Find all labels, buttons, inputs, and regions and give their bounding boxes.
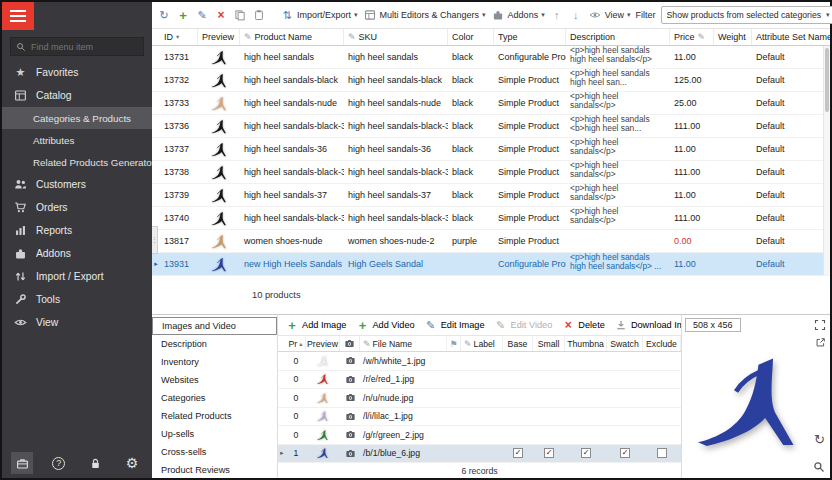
- product-row[interactable]: 13740high heel sandals-black-38high heel…: [152, 207, 830, 230]
- column-header-product-name[interactable]: ✎Product Name: [240, 29, 344, 45]
- checkbox-base[interactable]: ✓: [513, 448, 523, 458]
- row-expander[interactable]: ▸: [152, 253, 160, 275]
- image-row[interactable]: 0/w/h/white_1.jpg: [278, 352, 681, 371]
- download-image-button[interactable]: Download Image: [614, 318, 681, 333]
- product-row[interactable]: ▸13931new High Heels SandalsHigh Geels S…: [152, 253, 830, 276]
- zoom-icon[interactable]: [813, 461, 825, 473]
- add-video-button[interactable]: +Add Video: [355, 318, 414, 333]
- help-button[interactable]: ?: [48, 452, 70, 474]
- multi-editors-menu[interactable]: Multi Editors & Changers ▾: [363, 8, 486, 23]
- sidebar-item-orders[interactable]: Orders: [2, 196, 152, 219]
- column-header-type[interactable]: Type: [494, 29, 566, 45]
- column-header-preview[interactable]: Preview: [198, 29, 240, 45]
- column-header-exclude[interactable]: Exclude: [643, 336, 681, 351]
- delete-product-icon[interactable]: ×: [214, 8, 228, 23]
- row-expander: [278, 352, 286, 370]
- image-row[interactable]: 0/r/e/red_1.jpg: [278, 371, 681, 390]
- settings-button[interactable]: ⚙: [121, 452, 143, 474]
- tab-description[interactable]: Description: [152, 335, 277, 353]
- tab-product-reviews[interactable]: Product Reviews: [152, 461, 277, 479]
- product-row[interactable]: 13738high heel sandals-black-37high heel…: [152, 161, 830, 184]
- column-header-base[interactable]: Base: [503, 336, 533, 351]
- tab-images-and-video[interactable]: Images and Video: [152, 317, 277, 335]
- tab-related-products[interactable]: Related Products: [152, 407, 277, 425]
- scrollbar-thumb[interactable]: [825, 48, 829, 112]
- tab-inventory[interactable]: Inventory: [152, 353, 277, 371]
- checkbox-small[interactable]: ✓: [544, 448, 554, 458]
- cell-attribute_set: Default: [752, 207, 830, 229]
- tab-categories[interactable]: Categories: [152, 389, 277, 407]
- row-expander[interactable]: ▸: [278, 445, 286, 463]
- store-button[interactable]: [11, 452, 33, 474]
- delete-image-button[interactable]: ×Delete: [561, 318, 605, 333]
- column-header-price[interactable]: Price✎: [670, 29, 714, 45]
- cell-id: 13731: [160, 46, 198, 68]
- fullscreen-icon[interactable]: [814, 319, 826, 331]
- search-input[interactable]: [31, 42, 138, 52]
- addons-menu[interactable]: Addons ▾: [491, 8, 545, 23]
- product-row[interactable]: 13732high heel sandals-blackhigh heel sa…: [152, 69, 830, 92]
- column-header-attribute-set[interactable]: Attribute Set Name: [752, 29, 830, 45]
- tab-up-sells[interactable]: Up-sells: [152, 425, 277, 443]
- edit-product-icon[interactable]: ✎: [195, 8, 209, 23]
- column-header-swatch[interactable]: Swatch: [607, 336, 643, 351]
- sidebar-search[interactable]: [10, 37, 144, 56]
- checkbox-exclude[interactable]: [657, 448, 667, 458]
- column-header-weight[interactable]: Weight: [714, 29, 752, 45]
- column-header-color[interactable]: Color: [448, 29, 494, 45]
- column-header-id[interactable]: ID▾: [160, 29, 198, 45]
- sort-descending-icon[interactable]: ↓: [569, 8, 583, 23]
- sidebar-item-customers[interactable]: Customers: [2, 173, 152, 196]
- checkbox-thumb[interactable]: ✓: [581, 448, 591, 458]
- clipboard-icon[interactable]: [252, 8, 266, 23]
- image-row[interactable]: 0/n/u/nude.jpg: [278, 389, 681, 408]
- tab-websites[interactable]: Websites: [152, 371, 277, 389]
- sidebar-item-reports[interactable]: Reports: [2, 219, 152, 242]
- add-image-button[interactable]: +Add Image: [285, 318, 346, 333]
- sidebar-collapse-handle[interactable]: ⋮: [152, 226, 158, 254]
- flag-column-header: ⚑: [447, 336, 461, 351]
- sidebar-item-tools[interactable]: Tools: [2, 288, 152, 311]
- sidebar-item-import-export[interactable]: Import / Export: [2, 265, 152, 288]
- column-header-sku[interactable]: ✎SKU: [344, 29, 448, 45]
- menu-button[interactable]: [2, 2, 34, 30]
- column-header-label[interactable]: ✎Label: [461, 336, 503, 351]
- column-header-file-name[interactable]: ✎File Name: [360, 336, 447, 351]
- sidebar-item-addons[interactable]: Addons: [2, 242, 152, 265]
- sidebar-item-view[interactable]: View: [2, 311, 152, 334]
- tab-cross-sells[interactable]: Cross-sells: [152, 443, 277, 461]
- product-row[interactable]: 13733high heel sandals-nudehigh heel san…: [152, 92, 830, 115]
- import-export-menu[interactable]: ⇅ Import/Export ▾: [280, 8, 358, 23]
- product-row[interactable]: 13731high heel sandalshigh heel sandalsb…: [152, 46, 830, 69]
- refresh-icon[interactable]: ↻: [157, 8, 171, 23]
- product-row[interactable]: 13736high heel sandals-black-36high heel…: [152, 115, 830, 138]
- edit-image-button[interactable]: ✎Edit Image: [424, 318, 485, 333]
- sidebar-item-favorites[interactable]: ★Favorites: [2, 61, 152, 84]
- category-filter-select[interactable]: Show products from selected categories ▾: [661, 6, 832, 24]
- cell-flag: [447, 445, 461, 463]
- column-header-preview[interactable]: Preview: [306, 336, 340, 351]
- sidebar-item-categories-products[interactable]: Categories & Products: [2, 107, 152, 129]
- column-header-thumbnail[interactable]: Thumbna: [565, 336, 607, 351]
- checkbox-swatch[interactable]: ✓: [620, 448, 630, 458]
- rotate-icon[interactable]: ↻: [814, 433, 825, 446]
- lock-button[interactable]: [84, 452, 106, 474]
- sidebar-item-catalog[interactable]: Catalog: [2, 84, 152, 107]
- vertical-scrollbar[interactable]: [823, 46, 830, 275]
- image-row[interactable]: 0/l/i/lilac_1.jpg: [278, 408, 681, 427]
- column-header-small[interactable]: Small: [533, 336, 565, 351]
- product-row[interactable]: 13737high heel sandals-36high heel sanda…: [152, 138, 830, 161]
- open-external-icon[interactable]: [815, 337, 826, 348]
- copy-icon[interactable]: [233, 8, 247, 23]
- column-header-priority[interactable]: Pr▴: [286, 336, 306, 351]
- image-row[interactable]: ▸1/b/1/blue_6.jpg✓✓✓✓: [278, 445, 681, 464]
- sidebar-item-attributes[interactable]: Attributes: [2, 129, 152, 151]
- sidebar-item-related-products-generator[interactable]: Related Products Generator: [2, 151, 152, 173]
- view-menu[interactable]: View ▾: [588, 8, 631, 23]
- add-product-icon[interactable]: +: [176, 8, 190, 23]
- product-row[interactable]: 13739high heel sandals-37high heel sanda…: [152, 184, 830, 207]
- column-header-description[interactable]: Description: [566, 29, 670, 45]
- image-row[interactable]: 0/g/r/green_2.jpg: [278, 426, 681, 445]
- sort-ascending-icon[interactable]: ↑: [550, 8, 564, 23]
- product-row[interactable]: 13817women shoes-nudewomen shoes-nude-2p…: [152, 230, 830, 253]
